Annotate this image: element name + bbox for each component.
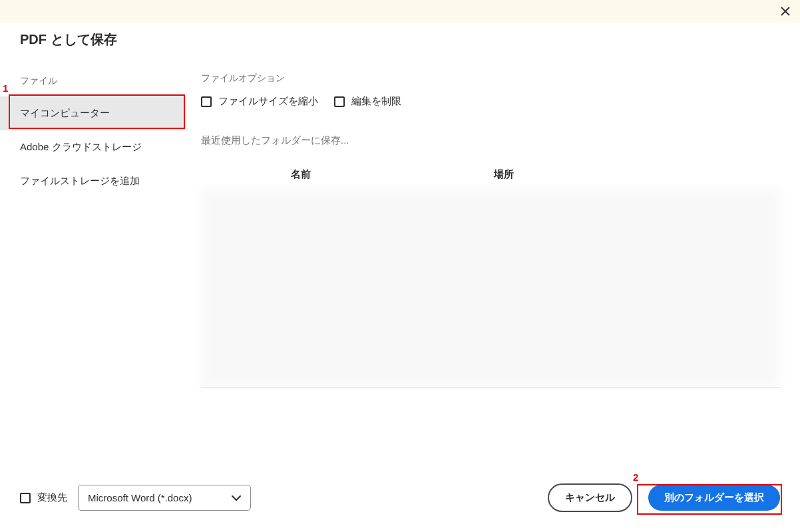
divider [201,387,780,388]
table-row[interactable] [201,307,780,347]
table-row[interactable] [201,267,780,307]
table-row[interactable] [201,227,780,267]
checkbox-icon [201,96,212,107]
recent-folders-heading: 最近使用したフォルダーに保存... [201,134,780,147]
dropdown-value: Microsoft Word (*.docx) [88,492,192,503]
table-row[interactable] [201,188,780,227]
annotation-label-1: 1 [3,82,8,94]
sidebar-item-label: マイコンピューター [20,107,110,118]
sidebar-item-adobe-cloud[interactable]: Adobe クラウドストレージ [0,130,186,164]
restrict-editing-checkbox[interactable]: 編集を制限 [334,95,401,108]
sidebar-item-add-storage[interactable]: ファイルストレージを追加 [0,164,186,198]
file-options-heading: ファイルオプション [201,72,780,84]
sidebar-heading: ファイル [0,68,186,96]
sidebar-item-label: ファイルストレージを追加 [20,175,140,186]
checkbox-icon [20,493,31,503]
sidebar-item-my-computer[interactable]: マイコンピューター [0,96,186,130]
column-header-name: 名前 [201,168,401,181]
sidebar-item-label: Adobe クラウドストレージ [20,141,142,152]
chevron-down-icon [232,495,241,501]
convert-format-dropdown[interactable]: Microsoft Word (*.docx) [78,485,251,511]
content-area: ファイルオプション ファイルサイズを縮小 編集を制限 最近使用したフォルダーに保… [186,68,800,388]
checkbox-label: ファイルサイズを縮小 [218,95,318,108]
close-icon [780,6,791,17]
choose-different-folder-button[interactable]: 別のフォルダーを選択 [648,485,780,511]
cancel-button[interactable]: キャンセル [548,483,632,512]
checkbox-label: 変換先 [37,491,67,504]
convert-to-checkbox[interactable]: 変換先 [20,491,67,504]
recent-folders-table: 名前 場所 [201,160,780,388]
table-row[interactable] [201,347,780,387]
close-button[interactable] [780,5,791,19]
recent-folders-body-blurred [201,188,780,387]
sidebar: ファイル マイコンピューター Adobe クラウドストレージ ファイルストレージ… [0,68,186,388]
top-banner [0,0,800,23]
annotation-label-2: 2 [633,471,638,483]
column-header-location: 場所 [401,168,780,181]
dialog-footer: 変換先 Microsoft Word (*.docx) キャンセル 別のフォルダ… [0,483,800,512]
reduce-file-size-checkbox[interactable]: ファイルサイズを縮小 [201,95,318,108]
checkbox-label: 編集を制限 [351,95,401,108]
dialog-title: PDF として保存 [0,23,800,62]
checkbox-icon [334,96,345,107]
